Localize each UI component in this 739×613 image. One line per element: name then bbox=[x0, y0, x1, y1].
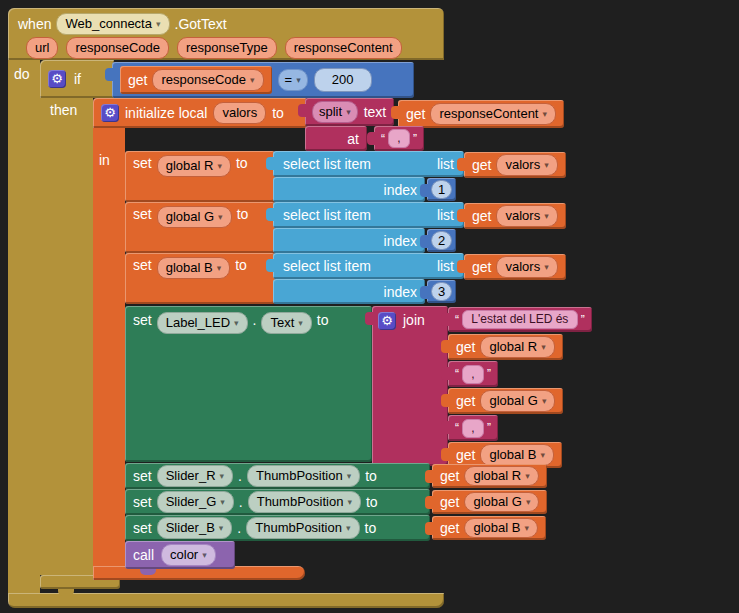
string-field[interactable]: , bbox=[462, 419, 484, 438]
variable-dropdown[interactable]: global R ▾ bbox=[480, 336, 554, 358]
set-global-g-block[interactable]: set global G ▾ to bbox=[125, 202, 275, 253]
when-event-block[interactable]: when Web_connecta ▾ .GotText url respons… bbox=[8, 8, 444, 60]
property-dropdown[interactable]: ThumbPosition ▾ bbox=[246, 517, 359, 539]
get-global-g-block[interactable]: get global G ▾ bbox=[448, 388, 563, 414]
set-label-led-text-block[interactable]: set Label_LED ▾ . Text ▾ to bbox=[125, 306, 372, 462]
equals-compare-block[interactable]: get responseCode ▾ = ▾ 200 bbox=[112, 62, 414, 98]
get-responsecontent-block[interactable]: get responseContent ▾ bbox=[398, 100, 564, 128]
param-responsecode[interactable]: responseCode bbox=[66, 37, 169, 59]
property-dropdown[interactable]: Text ▾ bbox=[261, 312, 311, 334]
if-block[interactable]: ⚙ if bbox=[40, 60, 114, 98]
chevron-down-icon: ▾ bbox=[541, 337, 546, 357]
set-slider-r-block[interactable]: set Slider_R ▾ . ThumbPosition ▾ to bbox=[125, 463, 430, 489]
number-field[interactable]: 1 bbox=[431, 180, 452, 199]
initialize-local-block[interactable]: ⚙ initialize local valors to bbox=[93, 98, 306, 128]
variable-dropdown[interactable]: global B ▾ bbox=[464, 518, 538, 538]
variable-dropdown[interactable]: responseContent ▾ bbox=[430, 103, 556, 125]
split-op-dropdown[interactable]: split ▾ bbox=[312, 101, 358, 123]
variable-dropdown[interactable]: valors ▾ bbox=[496, 154, 557, 176]
get-valors-block[interactable]: get valors ▾ bbox=[464, 203, 566, 229]
join-block[interactable]: ⚙ join bbox=[372, 306, 448, 466]
select-list-item-block[interactable]: select list item list bbox=[273, 253, 464, 279]
join-keyword: join bbox=[403, 312, 425, 328]
set-slider-g-block[interactable]: set Slider_G ▾ . ThumbPosition ▾ to bbox=[125, 489, 430, 515]
variable-dropdown[interactable]: global G ▾ bbox=[480, 390, 555, 412]
get-keyword: get bbox=[406, 106, 425, 122]
param-responsetype[interactable]: responseType bbox=[177, 37, 277, 59]
separator-string-block[interactable]: “ , ” bbox=[374, 126, 424, 151]
get-global-b-block[interactable]: get global B ▾ bbox=[432, 516, 546, 540]
select-list-item-block[interactable]: select list item list bbox=[273, 151, 464, 177]
number-block[interactable]: 3 bbox=[427, 280, 456, 303]
component-dropdown[interactable]: Slider_G ▾ bbox=[157, 491, 234, 513]
variable-dropdown[interactable]: valors ▾ bbox=[496, 256, 557, 278]
set-global-b-block[interactable]: set global B ▾ to bbox=[125, 253, 275, 304]
component-dropdown[interactable]: Label_LED ▾ bbox=[157, 312, 248, 334]
variable-dropdown[interactable]: global B ▾ bbox=[480, 444, 554, 466]
mutator-gear-icon[interactable]: ⚙ bbox=[378, 312, 396, 330]
variable-name: global B bbox=[489, 445, 536, 465]
split-block[interactable]: split ▾ text bbox=[305, 98, 394, 126]
string-field[interactable]: L'estat del LED és bbox=[462, 310, 578, 329]
index-label: index bbox=[384, 182, 417, 198]
chevron-down-icon: ▾ bbox=[202, 545, 207, 565]
split-at-row[interactable]: at bbox=[305, 126, 367, 151]
param-responsecontent[interactable]: responseContent bbox=[285, 37, 402, 59]
get-global-r-block[interactable]: get global R ▾ bbox=[432, 464, 547, 488]
chevron-down-icon: ▾ bbox=[526, 492, 531, 512]
operator-dropdown[interactable]: = ▾ bbox=[278, 69, 308, 91]
if-block-left-rail[interactable] bbox=[40, 98, 93, 575]
select-index-row[interactable]: index bbox=[273, 228, 425, 253]
initialize-local-left-rail[interactable] bbox=[93, 128, 125, 580]
set-slider-b-block[interactable]: set Slider_B ▾ . ThumbPosition ▾ to bbox=[125, 515, 430, 541]
when-block-bottom-bar[interactable] bbox=[8, 593, 444, 608]
property-dropdown[interactable]: ThumbPosition ▾ bbox=[248, 491, 361, 513]
mutator-gear-icon[interactable]: ⚙ bbox=[101, 104, 119, 122]
component-dropdown[interactable]: Slider_B ▾ bbox=[157, 517, 233, 539]
number-field[interactable]: 2 bbox=[431, 231, 452, 250]
set-keyword: set bbox=[133, 206, 152, 222]
chevron-down-icon: ▾ bbox=[544, 206, 549, 226]
param-url[interactable]: url bbox=[26, 37, 58, 59]
blocks-workspace[interactable]: when Web_connecta ▾ .GotText url respons… bbox=[0, 0, 739, 613]
variable-dropdown[interactable]: responseCode ▾ bbox=[152, 69, 263, 91]
variable-name: global R bbox=[473, 467, 521, 485]
variable-dropdown[interactable]: global G ▾ bbox=[157, 206, 232, 228]
select-index-row[interactable]: index bbox=[273, 177, 425, 202]
component-name: Slider_R bbox=[166, 466, 216, 486]
procedure-dropdown[interactable]: color ▾ bbox=[161, 544, 216, 566]
variable-dropdown[interactable]: global G ▾ bbox=[464, 492, 539, 512]
mutator-gear-icon[interactable]: ⚙ bbox=[48, 70, 66, 88]
set-global-r-block[interactable]: set global R ▾ to bbox=[125, 151, 275, 202]
variable-name: valors bbox=[505, 206, 540, 226]
select-index-row[interactable]: index bbox=[273, 279, 425, 304]
to-keyword: to bbox=[365, 468, 377, 484]
component-dropdown[interactable]: Web_connecta ▾ bbox=[56, 13, 169, 35]
string-block[interactable]: “ , ” bbox=[448, 361, 498, 387]
get-valors-block[interactable]: get valors ▾ bbox=[464, 152, 566, 178]
to-keyword: to bbox=[237, 206, 249, 222]
number-block[interactable]: 1 bbox=[427, 178, 456, 201]
get-global-r-block[interactable]: get global R ▾ bbox=[448, 334, 563, 360]
number-block[interactable]: 2 bbox=[427, 229, 456, 252]
local-var-name-field[interactable]: valors bbox=[213, 102, 266, 124]
variable-dropdown[interactable]: valors ▾ bbox=[496, 205, 557, 227]
component-dropdown[interactable]: Slider_R ▾ bbox=[157, 465, 233, 487]
variable-dropdown[interactable]: global R ▾ bbox=[157, 155, 231, 177]
variable-dropdown[interactable]: global R ▾ bbox=[464, 466, 538, 486]
get-global-g-block[interactable]: get global G ▾ bbox=[432, 490, 547, 514]
property-dropdown[interactable]: ThumbPosition ▾ bbox=[247, 465, 360, 487]
string-block[interactable]: “ , ” bbox=[448, 415, 498, 441]
string-field[interactable]: , bbox=[462, 365, 484, 384]
call-color-block[interactable]: call color ▾ bbox=[125, 541, 235, 569]
variable-dropdown[interactable]: global B ▾ bbox=[157, 257, 231, 279]
get-valors-block[interactable]: get valors ▾ bbox=[464, 254, 566, 280]
number-200-field[interactable]: 200 bbox=[314, 68, 372, 92]
number-field[interactable]: 3 bbox=[431, 282, 452, 301]
string-field[interactable]: , bbox=[388, 129, 410, 148]
when-block-left-rail[interactable] bbox=[8, 60, 40, 595]
string-block[interactable]: “ L'estat del LED és ” bbox=[448, 307, 592, 332]
get-responsecode-block[interactable]: get responseCode ▾ bbox=[120, 66, 272, 94]
get-keyword: get bbox=[440, 468, 459, 484]
select-list-item-block[interactable]: select list item list bbox=[273, 202, 464, 228]
